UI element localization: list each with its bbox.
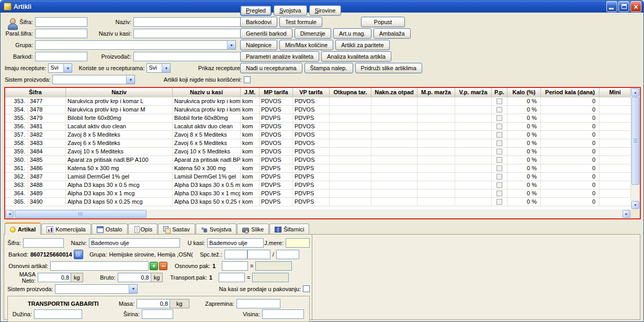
- grupa-filter-combo[interactable]: ▼: [35, 40, 236, 50]
- horizontal-scroll-thumb[interactable]: [15, 210, 146, 218]
- pp-checkbox[interactable]: [496, 98, 502, 104]
- action-button-nalepnice[interactable]: Nalepnice: [240, 40, 277, 50]
- gab-masa-input[interactable]: [137, 299, 170, 308]
- table-row[interactable]: 362.3487Lamisil DermGel 1% gelLamisil De…: [5, 173, 631, 181]
- horizontal-scrollbar[interactable]: ◄ ►: [5, 209, 631, 218]
- table-row[interactable]: 364.3489Alpha D3 kaps 30 x 1 mcgAlpha D3…: [5, 190, 631, 198]
- column-header[interactable]: Nakn.za otpad: [371, 88, 417, 97]
- pp-checkbox[interactable]: [496, 115, 502, 121]
- action-button-ambalaža[interactable]: Ambalaža: [374, 28, 411, 39]
- column-header[interactable]: M.p. marža: [417, 88, 455, 97]
- add-icon[interactable]: +: [150, 262, 158, 270]
- scroll-down-icon[interactable]: ▼: [631, 201, 639, 209]
- tab-artikal[interactable]: Artikal: [5, 223, 41, 235]
- osnovno-pak-result-input[interactable]: [255, 261, 292, 271]
- transport-pak-result-input[interactable]: [252, 273, 289, 282]
- tab-opis[interactable]: Opis: [128, 224, 158, 235]
- tab-komercijala[interactable]: Komercijala: [41, 224, 91, 235]
- pp-checkbox[interactable]: [496, 157, 502, 163]
- action-button-test-formule[interactable]: Test formule: [279, 17, 322, 27]
- chevron-down-icon[interactable]: ▼: [162, 64, 170, 72]
- column-header[interactable]: P.p.: [492, 88, 507, 97]
- pp-checkbox[interactable]: [496, 149, 502, 154]
- scroll-left-icon[interactable]: ◄: [6, 210, 14, 218]
- scroll-up-icon[interactable]: ▲: [631, 88, 639, 96]
- bruto-input[interactable]: [118, 273, 151, 282]
- tab-ostalo[interactable]: Ostalo: [92, 224, 128, 235]
- table-row[interactable]: 354.3478Narukvica protiv krp i komar MNa…: [5, 106, 631, 114]
- action-button-dimenzije[interactable]: Dimenzije: [295, 28, 331, 39]
- pp-checkbox[interactable]: [496, 107, 502, 113]
- table-row[interactable]: 353.3477Narukvica protiv krp i komar LNa…: [5, 97, 631, 106]
- na-kasi-checkbox[interactable]: [303, 285, 310, 292]
- sirina-input[interactable]: [142, 309, 173, 319]
- masa-neto-input[interactable]: [38, 273, 71, 282]
- column-header[interactable]: Period kala (dana): [541, 88, 600, 97]
- chevron-down-icon[interactable]: ▼: [129, 285, 137, 293]
- paral-sifra-input[interactable]: [35, 29, 87, 38]
- vertical-scroll-thumb[interactable]: [631, 97, 639, 185]
- column-header[interactable]: J.M.: [241, 88, 259, 97]
- action-button-pregled[interactable]: Pregled: [240, 5, 272, 16]
- tab-slike[interactable]: Slike: [237, 224, 269, 235]
- tab-šifarnici[interactable]: Šifarnici: [269, 224, 309, 235]
- table-row[interactable]: 361.3486Katena 50 x 300 mgKatena 50 x 30…: [5, 164, 631, 173]
- close-button[interactable]: ×: [630, 1, 641, 12]
- osnovno-pak-input[interactable]: [222, 261, 248, 271]
- action-button-parametri-analize-kvaliteta[interactable]: Parametri analize kvaliteta: [240, 51, 319, 62]
- chevron-down-icon[interactable]: ▼: [63, 64, 72, 72]
- sistem-proizvoda-filter-combo[interactable]: ▼: [52, 75, 135, 84]
- spc-tez-input-3[interactable]: [276, 250, 299, 259]
- sistem-proizvoda-combo[interactable]: ▼: [55, 284, 138, 294]
- column-header[interactable]: VP tarifa: [293, 88, 330, 97]
- minimize-button[interactable]: [606, 1, 617, 12]
- action-button-art-u-mag-[interactable]: Art.u mag.: [333, 28, 371, 39]
- pp-checkbox[interactable]: [496, 165, 502, 171]
- remove-icon[interactable]: −: [159, 262, 167, 270]
- naziv-u-kasi-filter-input[interactable]: [133, 29, 251, 38]
- table-row[interactable]: 365.3490Alpha D3 kaps 50 x 0.25 mcgAlpha…: [5, 198, 631, 206]
- barkod-filter-input[interactable]: [35, 52, 87, 61]
- action-button-nađi-u-recepturama[interactable]: Nađi u recepturama: [240, 63, 302, 73]
- maximize-button[interactable]: [618, 1, 629, 12]
- pp-checkbox[interactable]: [496, 199, 502, 205]
- tab-svojstva[interactable]: Svojstva: [196, 224, 237, 235]
- sifra-input[interactable]: [23, 238, 64, 248]
- pp-checkbox[interactable]: [496, 140, 502, 146]
- naziv-filter-input[interactable]: [133, 17, 251, 27]
- action-button-artikli-za-paritete[interactable]: Artikli za paritete: [335, 40, 389, 50]
- table-row[interactable]: 360.3485Aparat za pritisak nadl.BP A100A…: [5, 156, 631, 164]
- column-header[interactable]: Kalo (%): [507, 88, 541, 97]
- naziv-input[interactable]: [89, 238, 180, 248]
- transport-pak-input[interactable]: [219, 273, 245, 282]
- imaju-recepture-combo[interactable]: Svi▼: [48, 63, 72, 73]
- spc-tez-input-1[interactable]: [224, 250, 247, 259]
- u-kasi-input[interactable]: [207, 238, 264, 248]
- scroll-right-icon[interactable]: ►: [623, 210, 630, 218]
- pp-checkbox[interactable]: [496, 191, 502, 196]
- chevron-down-icon[interactable]: ▼: [227, 41, 235, 49]
- column-header[interactable]: Otkupna tar.: [330, 88, 371, 97]
- pp-checkbox[interactable]: [496, 182, 502, 188]
- action-button-barkodovi[interactable]: Barkodovi: [240, 17, 277, 27]
- action-button-sirovine[interactable]: Sirovine: [309, 5, 342, 16]
- column-header[interactable]: Naziv u kasi: [173, 88, 241, 97]
- vertical-scrollbar[interactable]: ▲ ▼: [631, 88, 640, 209]
- pp-checkbox[interactable]: [496, 132, 502, 138]
- table-row[interactable]: 358.3483Zavoj 6 x 5 MediteksZavoj 6 x 5 …: [5, 139, 631, 148]
- action-button-svojstva[interactable]: Svojstva: [274, 5, 307, 16]
- zapremina-input[interactable]: [236, 299, 280, 308]
- tab-sastav[interactable]: Sastav: [158, 224, 195, 235]
- column-header[interactable]: Mini: [600, 88, 631, 97]
- action-button-pridruži-slike-artiklima[interactable]: Pridruži slike artiklima: [355, 63, 422, 73]
- column-header[interactable]: V.p. marža: [455, 88, 492, 97]
- column-header[interactable]: Naziv: [66, 88, 173, 97]
- duzina-input[interactable]: [34, 309, 82, 319]
- sifra-filter-input[interactable]: [35, 17, 87, 27]
- visina-input[interactable]: [262, 309, 304, 319]
- jmere-input[interactable]: [286, 238, 310, 248]
- table-row[interactable]: 356.3481Lacalut aktiv duo cleanLacalut a…: [5, 123, 631, 131]
- table-row[interactable]: 355.3479Bilobil forte 60x80mgBilobil for…: [5, 114, 631, 123]
- action-button-generiši-barkod[interactable]: Generiši barkod: [240, 28, 292, 39]
- chevron-down-icon[interactable]: ▼: [126, 75, 134, 84]
